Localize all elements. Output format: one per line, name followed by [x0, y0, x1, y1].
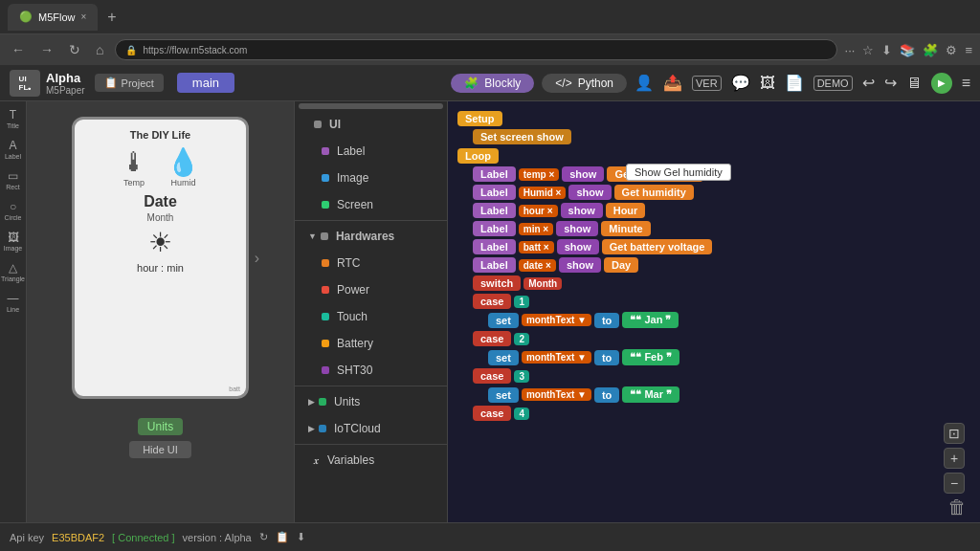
- demo-icon[interactable]: DEMO: [813, 76, 853, 91]
- run-button[interactable]: ▶: [931, 73, 952, 94]
- block-battery[interactable]: Battery: [295, 330, 447, 357]
- to-block-3[interactable]: to: [594, 387, 619, 403]
- active-tab[interactable]: 🟢 M5Flow ×: [8, 4, 98, 31]
- block-variables[interactable]: 𝒙 Variables: [295, 447, 447, 474]
- refresh-button[interactable]: ↻: [65, 40, 84, 59]
- to-block-1[interactable]: to: [594, 313, 619, 328]
- url-bar[interactable]: 🔒 https://flow.m5stack.com: [115, 39, 836, 60]
- show-block-5[interactable]: show: [557, 239, 599, 254]
- case2-block[interactable]: case: [473, 331, 511, 346]
- settings-button[interactable]: ⚙: [946, 43, 957, 57]
- set-feb-block[interactable]: set: [488, 350, 519, 365]
- tool-rect[interactable]: ▭ Rect: [2, 166, 25, 193]
- monthtext-var-2[interactable]: monthText ▼: [522, 351, 591, 364]
- temp-var[interactable]: temp ×: [519, 168, 560, 181]
- label-block-3[interactable]: Label: [473, 203, 516, 218]
- bookmarks-button[interactable]: 📚: [900, 43, 915, 57]
- hide-ui-button[interactable]: Hide UI: [129, 441, 191, 458]
- to-block-2[interactable]: to: [594, 350, 619, 365]
- block-image[interactable]: Image: [295, 165, 447, 191]
- label-block-5[interactable]: Label: [473, 239, 516, 254]
- case1-block[interactable]: case: [473, 294, 511, 309]
- block-rtc[interactable]: RTC: [295, 250, 447, 276]
- back-button[interactable]: ←: [8, 40, 29, 59]
- humid-var[interactable]: Humid ×: [519, 187, 567, 199]
- tab-close-button[interactable]: ×: [81, 11, 87, 22]
- image-icon[interactable]: 🖼: [760, 75, 775, 92]
- extensions-button[interactable]: 🧩: [923, 43, 938, 57]
- switch-block[interactable]: switch: [473, 276, 521, 291]
- case4-block[interactable]: case: [473, 406, 511, 421]
- tool-title[interactable]: T Title: [2, 105, 25, 132]
- python-mode-button[interactable]: </> Python: [542, 74, 627, 93]
- temp-widget[interactable]: 🌡 Temp: [121, 146, 147, 187]
- get-humidity-block[interactable]: Get humidity: [614, 185, 694, 200]
- new-tab-button[interactable]: +: [101, 9, 122, 26]
- undo-icon[interactable]: ↩: [862, 74, 875, 92]
- month-var[interactable]: Month: [523, 277, 562, 290]
- feb-str[interactable]: ❝❝ Feb ❞: [622, 349, 679, 365]
- block-power[interactable]: Power: [295, 276, 447, 303]
- home-button[interactable]: ⌂: [92, 40, 107, 59]
- ver-icon[interactable]: VER: [692, 76, 722, 91]
- jan-str[interactable]: ❝❝ Jan ❞: [622, 312, 679, 328]
- monthtext-var-1[interactable]: monthText ▼: [522, 314, 591, 326]
- tool-label[interactable]: A Label: [2, 136, 25, 163]
- monitor-icon[interactable]: 🖥: [906, 75, 922, 92]
- label-block-2[interactable]: Label: [473, 185, 516, 200]
- label-block-4[interactable]: Label: [473, 221, 516, 236]
- min-var[interactable]: min ×: [519, 223, 553, 235]
- label-block-6[interactable]: Label: [473, 257, 516, 273]
- menu-button[interactable]: ≡: [965, 43, 972, 57]
- blockly-mode-button[interactable]: 🧩 Blockly: [451, 74, 534, 93]
- setup-block[interactable]: Setup: [457, 111, 502, 126]
- show-block-2[interactable]: show: [568, 185, 611, 200]
- forward-button[interactable]: →: [36, 40, 57, 59]
- zoom-out-button[interactable]: −: [944, 473, 965, 494]
- set-jan-block[interactable]: set: [488, 313, 519, 328]
- get-day-block[interactable]: Day: [604, 257, 638, 273]
- tool-triangle[interactable]: △ Triangle: [2, 258, 25, 285]
- trash-button[interactable]: 🗑: [947, 496, 967, 518]
- loop-block[interactable]: Loop: [457, 148, 499, 164]
- hour-block[interactable]: Hour: [606, 203, 646, 218]
- block-hardwares[interactable]: ▼ Hardwares: [295, 223, 447, 250]
- get-batt-block[interactable]: Get battery voltage: [602, 239, 713, 254]
- show-block-1[interactable]: show: [562, 166, 604, 182]
- block-label[interactable]: Label: [295, 138, 447, 165]
- download-status-icon[interactable]: ⬇: [297, 531, 305, 543]
- block-screen[interactable]: Screen: [295, 191, 447, 218]
- tool-image[interactable]: 🖼 Image: [2, 228, 25, 254]
- hamburger-icon[interactable]: ≡: [962, 75, 970, 92]
- humid-widget[interactable]: 💧 Humid: [167, 146, 200, 187]
- chat-icon[interactable]: 💬: [731, 74, 750, 92]
- refresh-icon[interactable]: ↻: [259, 531, 268, 543]
- show-block-6[interactable]: show: [559, 257, 601, 273]
- block-units[interactable]: ▶ Units: [295, 388, 447, 415]
- show-block-3[interactable]: show: [561, 203, 603, 218]
- project-button[interactable]: 📋 Project: [95, 74, 164, 92]
- share-icon[interactable]: 📤: [663, 74, 682, 92]
- block-sht30[interactable]: SHT30: [295, 357, 447, 384]
- redo-icon[interactable]: ↪: [884, 74, 897, 92]
- copy-status-icon[interactable]: 📋: [276, 531, 289, 543]
- batt-var[interactable]: batt ×: [519, 241, 554, 253]
- download-button[interactable]: ⬇: [881, 43, 892, 57]
- monthtext-var-3[interactable]: monthText ▼: [522, 388, 591, 401]
- hour-var[interactable]: hour ×: [519, 205, 558, 217]
- date-var[interactable]: date ×: [519, 259, 556, 272]
- main-tab[interactable]: main: [177, 73, 234, 93]
- user-icon[interactable]: 👤: [635, 74, 654, 92]
- block-touch[interactable]: Touch: [295, 303, 447, 330]
- block-ui[interactable]: UI: [295, 111, 447, 138]
- units-badge[interactable]: Units: [138, 418, 183, 435]
- tool-circle[interactable]: ○ Circle: [2, 197, 25, 224]
- case3-block[interactable]: case: [473, 368, 511, 384]
- favorites-button[interactable]: ☆: [862, 43, 874, 57]
- set-screen-block[interactable]: Set screen show: [473, 129, 571, 144]
- zoom-fit-button[interactable]: ⊡: [944, 423, 965, 444]
- show-block-4[interactable]: show: [556, 221, 598, 236]
- label-block-1[interactable]: Label: [473, 166, 516, 182]
- doc-icon[interactable]: 📄: [785, 74, 804, 92]
- more-button[interactable]: ···: [845, 43, 856, 57]
